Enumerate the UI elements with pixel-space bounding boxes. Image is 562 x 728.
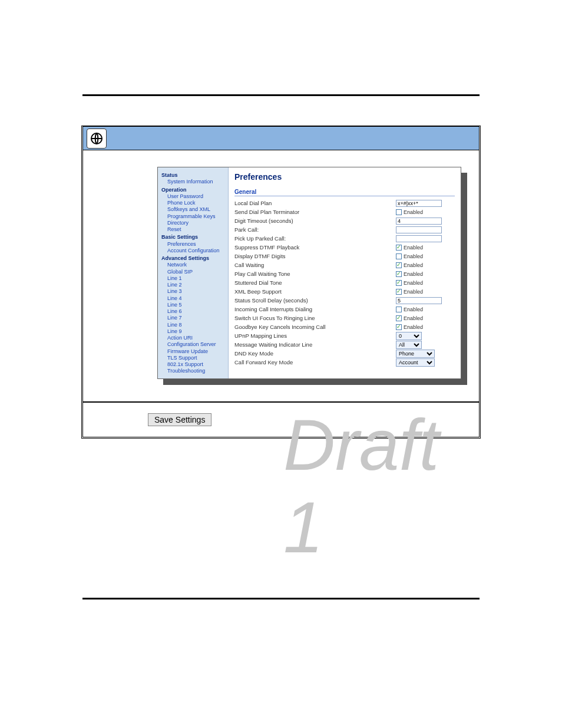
checkbox[interactable]	[396, 280, 402, 286]
sidebar-item[interactable]: Configuration Server	[161, 341, 226, 348]
pref-label: Goodbye Key Cancels Incoming Call	[234, 324, 396, 330]
checkbox[interactable]	[396, 245, 402, 251]
checkbox-label: Enabled	[404, 324, 423, 330]
pref-label: Local Dial Plan	[234, 200, 396, 206]
sidebar-header: Operation	[161, 187, 226, 193]
pref-row: Park Call:	[234, 225, 455, 234]
pref-label: Pick Up Parked Call:	[234, 235, 396, 242]
window-titlebar	[83, 127, 479, 150]
pref-row: UPnP Mapping Lines0	[234, 331, 455, 340]
sidebar-item[interactable]: Troubleshooting	[161, 368, 226, 374]
sidebar-item[interactable]: Line 1	[161, 275, 226, 282]
sidebar-item[interactable]: Line 8	[161, 322, 226, 328]
sidebar-item[interactable]: 802.1x Support	[161, 361, 226, 368]
pref-row: Message Waiting Indicator LineAll	[234, 340, 455, 349]
checkbox-label: Enabled	[404, 307, 423, 312]
pref-input[interactable]	[396, 297, 442, 304]
pref-row: Display DTMF DigitsEnabled	[234, 252, 455, 261]
sidebar-item[interactable]: System Information	[161, 179, 226, 185]
pref-row: Pick Up Parked Call:	[234, 234, 455, 243]
checkbox-label: Enabled	[404, 280, 423, 286]
pref-label: Message Waiting Indicator Line	[234, 341, 396, 348]
checkbox-label: Enabled	[404, 289, 423, 295]
pref-row: Digit Timeout (seconds)	[234, 216, 455, 225]
pref-label: DND Key Mode	[234, 350, 396, 357]
pref-select[interactable]: Account	[396, 358, 435, 367]
sidebar-header: Status	[161, 172, 226, 179]
pref-input[interactable]	[396, 226, 442, 233]
sidebar-item[interactable]: Firmware Update	[161, 348, 226, 355]
sidebar-header: Advanced Settings	[161, 255, 226, 262]
pref-row: Play Call Waiting ToneEnabled	[234, 269, 455, 278]
sidebar-item[interactable]: Reset	[161, 226, 226, 233]
checkbox-label: Enabled	[404, 245, 423, 251]
checkbox-label: Enabled	[404, 271, 423, 277]
checkbox-label: Enabled	[404, 315, 423, 321]
pref-input[interactable]	[396, 235, 442, 242]
globe-icon	[87, 129, 107, 149]
sidebar-item[interactable]: TLS Support	[161, 355, 226, 361]
sidebar-item[interactable]: Network	[161, 262, 226, 268]
pref-label: XML Beep Support	[234, 288, 396, 295]
pref-row: Local Dial Plan	[234, 199, 455, 207]
save-button[interactable]: Save Settings	[148, 413, 211, 426]
pref-input[interactable]	[396, 200, 442, 207]
sidebar-item[interactable]: Line 3	[161, 288, 226, 295]
checkbox[interactable]	[396, 253, 402, 259]
pref-label: Digit Timeout (seconds)	[234, 218, 396, 224]
pref-label: Park Call:	[234, 226, 396, 233]
pref-row: Incoming Call Interrupts DialingEnabled	[234, 305, 455, 314]
sidebar-item[interactable]: Line 4	[161, 295, 226, 302]
sidebar-item[interactable]: Preferences	[161, 241, 226, 248]
sidebar-header: Basic Settings	[161, 234, 226, 241]
checkbox-label: Enabled	[404, 253, 423, 259]
pref-label: Switch UI Focus To Ringing Line	[234, 315, 396, 321]
pref-row: Send Dial Plan TerminatorEnabled	[234, 207, 455, 216]
pref-label: Incoming Call Interrupts Dialing	[234, 306, 396, 312]
pref-row: DND Key ModePhone	[234, 349, 455, 358]
pref-label: Call Forward Key Mode	[234, 359, 396, 365]
app-window: StatusSystem InformationOperationUser Pa…	[81, 126, 481, 439]
pref-input[interactable]	[396, 218, 442, 225]
header-rule	[82, 94, 480, 96]
sidebar-item[interactable]: Line 7	[161, 315, 226, 321]
sidebar-item[interactable]: Phone Lock	[161, 200, 226, 206]
pref-row: Stuttered Dial ToneEnabled	[234, 278, 455, 287]
sidebar-item[interactable]: Action URI	[161, 335, 226, 341]
checkbox[interactable]	[396, 209, 402, 215]
sidebar-item[interactable]: Softkeys and XML	[161, 206, 226, 213]
checkbox-label: Enabled	[404, 209, 423, 215]
checkbox-label: Enabled	[404, 262, 423, 268]
sidebar-item[interactable]: Programmable Keys	[161, 213, 226, 220]
sidebar-item[interactable]: Directory	[161, 220, 226, 226]
sidebar-item[interactable]: Line 9	[161, 328, 226, 335]
checkbox[interactable]	[396, 307, 402, 312]
pref-row: Call WaitingEnabled	[234, 261, 455, 269]
pref-label: Call Waiting	[234, 262, 396, 268]
checkbox[interactable]	[396, 315, 402, 321]
pref-row: Call Forward Key ModeAccount	[234, 358, 455, 367]
sidebar-item[interactable]: Line 2	[161, 282, 226, 288]
sidebar-item[interactable]: Account Configuration	[161, 248, 226, 254]
checkbox[interactable]	[396, 324, 402, 330]
pref-select[interactable]: Phone	[396, 350, 435, 358]
pref-row: Status Scroll Delay (seconds)	[234, 296, 455, 305]
pref-select[interactable]: All	[396, 341, 422, 349]
checkbox[interactable]	[396, 262, 402, 268]
pref-label: Play Call Waiting Tone	[234, 271, 396, 277]
pref-label: Suppress DTMF Playback	[234, 244, 396, 251]
pref-label: UPnP Mapping Lines	[234, 332, 396, 339]
section-general: General	[234, 189, 455, 196]
sidebar-item[interactable]: Global SIP	[161, 269, 226, 275]
sidebar: StatusSystem InformationOperationUser Pa…	[158, 167, 229, 378]
footer-rule	[82, 598, 480, 599]
checkbox[interactable]	[396, 289, 402, 295]
main-content: Preferences General Local Dial PlanSend …	[229, 167, 461, 378]
pref-select[interactable]: 0	[396, 332, 422, 340]
sidebar-item[interactable]: Line 6	[161, 308, 226, 315]
page-title: Preferences	[234, 172, 455, 182]
checkbox[interactable]	[396, 271, 402, 277]
sidebar-item[interactable]: User Password	[161, 193, 226, 200]
sidebar-item[interactable]: Line 5	[161, 302, 226, 308]
pref-label: Stuttered Dial Tone	[234, 279, 396, 286]
